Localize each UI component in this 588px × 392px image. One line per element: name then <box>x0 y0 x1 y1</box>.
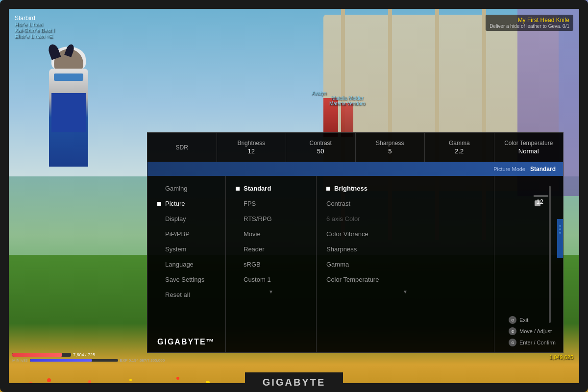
npc-name-avatyn: Avatyn <box>312 91 326 96</box>
nav-label-picture: Picture <box>165 200 185 207</box>
setting-color-vibrance[interactable]: Color Vibrance <box>317 226 494 242</box>
picture-mode-label: Picture Mode <box>493 166 525 172</box>
setting-gamma[interactable]: Gamma <box>317 257 494 272</box>
char-pants <box>51 93 86 132</box>
osd-menu-sharpness[interactable]: Sharpness 5 <box>356 133 425 162</box>
picture-modes-scroll-arrow: ▼ <box>226 287 316 296</box>
ctrl-exit-icon: ⊙ <box>509 316 516 324</box>
osd-menu-sdr[interactable]: SDR <box>147 133 217 162</box>
osd-gamma-label: Gamma <box>449 140 470 147</box>
flower7 <box>147 383 150 386</box>
osd-sharpness-value: 5 <box>388 147 392 155</box>
settings-header-indicator <box>326 187 330 191</box>
flower3 <box>71 384 74 387</box>
nav-item-save-settings[interactable]: Save Settings <box>147 272 225 287</box>
osd-gigabyte-logo: GIGABYTE™ <box>157 338 215 346</box>
nav-item-system[interactable]: System <box>147 242 225 257</box>
hp-bar-container: 7,604 / 725 <box>12 352 165 357</box>
flower6 <box>129 379 132 381</box>
settings-header: Brightness <box>317 181 494 196</box>
osd-overlay: SDR Brightness 12 Contrast 50 Sharpness … <box>147 132 564 353</box>
osd-brightness-label: Brightness <box>237 140 265 147</box>
osd-menu-contrast[interactable]: Contrast 50 <box>286 133 356 162</box>
setting-contrast[interactable]: Contrast <box>317 196 494 211</box>
osd-brightness-value: 12 <box>248 147 255 155</box>
nav-item-reset-all[interactable]: Reset all <box>147 287 225 302</box>
nav-indicator-picture <box>157 202 161 206</box>
flower9 <box>206 381 210 385</box>
control-exit: ⊙ Exit <box>509 316 556 324</box>
nearby-player-3: Kai-Shirr's Best I <box>15 27 55 33</box>
exp-fill <box>30 359 93 362</box>
osd-contrast-label: Contrast <box>310 140 332 147</box>
ctrl-move-label: Move / Adjust <box>519 328 552 334</box>
osd-menu-color-temp[interactable]: Color Temperature Normal <box>494 133 564 162</box>
scroll-dot-1 <box>559 225 561 227</box>
nav-indicator-reset <box>157 293 161 297</box>
osd-settings-panel: Brightness Contrast 6 axis Color Color V… <box>317 176 494 352</box>
nearby-player-4: Elior'e L'navi «E <box>15 33 55 39</box>
nav-label-save: Save Settings <box>165 276 204 283</box>
osd-color-temp-label: Color Temperature <box>504 140 553 147</box>
setting-6axis-color[interactable]: 6 axis Color <box>317 211 494 226</box>
slider-track <box>549 186 551 323</box>
nav-item-pip-pbp[interactable]: PiP/PBP <box>147 226 225 242</box>
monitor-stand-base: GIGABYTE <box>245 372 343 392</box>
nav-indicator-language <box>157 263 161 267</box>
nav-label-display: Display <box>165 215 186 222</box>
quest-box: My First Head Knife Deliver a hide of le… <box>486 15 573 31</box>
osd-top-bar: SDR Brightness 12 Contrast 50 Sharpness … <box>147 133 563 162</box>
control-confirm: ⊙ Enter / Confirm <box>509 339 556 346</box>
nav-indicator-gaming <box>157 187 161 191</box>
control-move: ⊙ Move / Adjust <box>509 327 556 335</box>
setting-color-temperature[interactable]: Color Temperature <box>317 272 494 287</box>
scroll-dot-3 <box>559 232 561 234</box>
mode-custom1[interactable]: Custom 1 <box>226 272 316 287</box>
osd-sdr-label: SDR <box>176 144 188 151</box>
hud-bottom-left: 7,604 / 725 MIN lv83 EXP 5,194,687/7,305… <box>12 352 165 363</box>
osd-color-temp-value: Normal <box>518 147 539 155</box>
nav-item-language[interactable]: Language <box>147 257 225 272</box>
picture-mode-header-label: Standard <box>244 185 271 192</box>
ctrl-move-icon: ⊙ <box>509 327 516 335</box>
nav-label-language: Language <box>165 261 194 268</box>
nav-item-picture[interactable]: Picture <box>147 196 225 211</box>
picture-mode-bar: Picture Mode Standard <box>147 162 563 176</box>
nav-item-gaming[interactable]: Gaming <box>147 181 225 196</box>
osd-sharpness-label: Sharpness <box>376 140 404 147</box>
mode-srgb[interactable]: sRGB <box>226 257 316 272</box>
hud-top-left: Starbird Hor'e L'havi Kai-Shirr's Best I… <box>15 15 55 39</box>
monitor-brand-label: GIGABYTE <box>263 377 325 388</box>
setting-sharpness[interactable]: Sharpness <box>317 242 494 257</box>
mode-fps[interactable]: FPS <box>226 196 316 211</box>
nav-label-gaming: Gaming <box>165 185 188 192</box>
hp-value: 7,604 / 725 <box>73 352 95 357</box>
mode-movie[interactable]: Movie <box>226 226 316 242</box>
nav-indicator-save <box>157 278 161 282</box>
flower5 <box>106 384 110 388</box>
currency-display: 1,049,625 <box>549 354 573 360</box>
osd-menu-gamma[interactable]: Gamma 2.2 <box>425 133 494 162</box>
flower4 <box>88 380 91 383</box>
osd-navigation: Gaming Picture Display PiP/PBP System La… <box>147 176 226 352</box>
flower8 <box>176 377 179 380</box>
npc-name-materia: Matelia Melder Materia Vendoro <box>329 96 365 106</box>
scroll-dots <box>559 225 561 234</box>
nav-label-pip: PiP/PBP <box>165 230 190 238</box>
hud-quest-tracker: My First Head Knife Deliver a hide of le… <box>486 15 573 31</box>
osd-picture-modes: Standard FPS RTS/RPG Movie Reader sRGB C… <box>226 176 317 352</box>
slider-value-display: 12 <box>537 198 543 205</box>
nav-item-display[interactable]: Display <box>147 211 225 226</box>
horn-left <box>47 43 61 60</box>
nearby-player-1: Starbird <box>15 15 55 22</box>
quest-title: My First Head Knife <box>490 17 569 24</box>
settings-header-label: Brightness <box>334 185 368 192</box>
picture-mode-value: Standard <box>530 166 556 172</box>
exp-value: EXP 5,194,687/7,305,000 <box>120 358 165 363</box>
mode-reader[interactable]: Reader <box>226 242 316 257</box>
osd-gamma-value: 2.2 <box>455 147 464 155</box>
osd-menu-brightness[interactable]: Brightness 12 <box>217 133 287 162</box>
mode-rts-rpg[interactable]: RTS/RPG <box>226 211 316 226</box>
exp-bar <box>30 359 118 362</box>
quest-desc: Deliver a hide of leather to Geva. 0/1 <box>490 24 569 29</box>
